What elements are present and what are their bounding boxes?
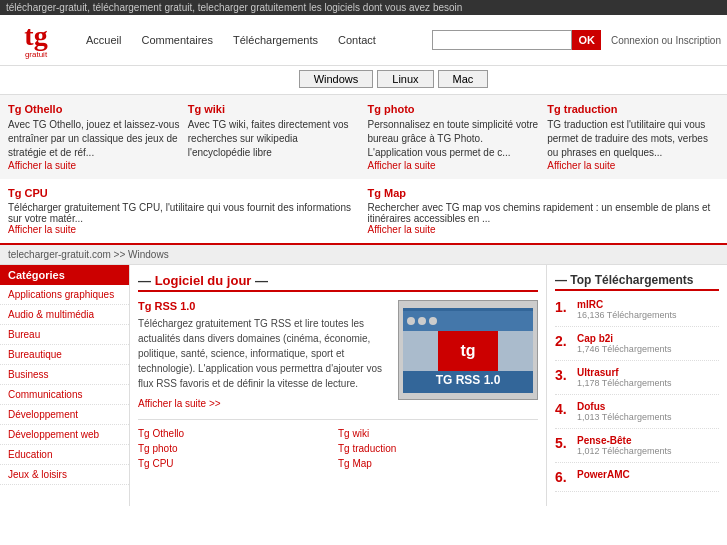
- lower-desc-1: Rechercher avec TG map vos chemins rapid…: [368, 202, 720, 224]
- login-link[interactable]: Connexion ou Inscription: [611, 35, 721, 46]
- bottom-link-othello[interactable]: Tg Othello: [138, 426, 338, 441]
- top-item-5: 5. Pense-Bête 1,012 Téléchargements: [555, 435, 719, 463]
- thumb-dot-3: [429, 317, 437, 325]
- platform-linux[interactable]: Linux: [377, 70, 433, 88]
- lower-link-0[interactable]: Afficher la suite: [8, 224, 76, 235]
- sidebar-item-audio-multimedia[interactable]: Audio & multimédia: [0, 305, 129, 325]
- sidebar-item-business[interactable]: Business: [0, 365, 129, 385]
- featured-item-1: Tg wiki Avec TG wiki, faites directement…: [188, 103, 360, 171]
- platform-row: Windows Linux Mac: [0, 66, 727, 94]
- logo: tg gratuit: [6, 15, 66, 65]
- center-content: — Logiciel du jour — tg: [130, 265, 547, 506]
- featured-link-0[interactable]: Afficher la suite: [8, 160, 76, 171]
- app-link[interactable]: Afficher la suite >>: [138, 398, 221, 409]
- top-item-1: 1. mIRC 16,136 Téléchargements: [555, 299, 719, 327]
- bottom-link-traduction[interactable]: Tg traduction: [338, 441, 538, 456]
- sidebar-item-jeux[interactable]: Jeux & loisirs: [0, 465, 129, 485]
- featured-desc-2: Personnalisez en toute simplicité votre …: [368, 118, 540, 160]
- bottom-link-cpu[interactable]: Tg CPU: [138, 456, 338, 471]
- bottom-links: Tg Othello Tg photo Tg CPU Tg wiki Tg tr…: [138, 419, 538, 471]
- featured-title-3: Tg traduction: [547, 103, 719, 115]
- bottom-link-photo[interactable]: Tg photo: [138, 441, 338, 456]
- thumb-dot-2: [418, 317, 426, 325]
- sidebar-item-applications-graphiques[interactable]: Applications graphiques: [0, 285, 129, 305]
- nav-links: Accueil Commentaires Téléchargements Con…: [76, 30, 432, 50]
- top-name-6[interactable]: PowerAMC: [577, 469, 630, 480]
- top-count-4: 1,013 Téléchargements: [577, 412, 671, 422]
- lower-featured: Tg CPU Télécharger gratuitement TG CPU, …: [0, 179, 727, 245]
- thumb-inner: tg TG RSS 1.0: [403, 308, 533, 393]
- top-num-6: 6.: [555, 469, 571, 485]
- lower-title-1: Tg Map: [368, 187, 720, 199]
- sidebar-title: Catégories: [0, 265, 129, 285]
- nav-telechargements[interactable]: Téléchargements: [223, 30, 328, 50]
- top-name-4[interactable]: Dofus: [577, 401, 671, 412]
- top-num-4: 4.: [555, 401, 571, 417]
- top-item-2: 2. Cap b2i 1,746 Téléchargements: [555, 333, 719, 361]
- top-item-3: 3. Ultrasurf 1,178 Téléchargements: [555, 367, 719, 395]
- top-name-2[interactable]: Cap b2i: [577, 333, 671, 344]
- top-count-1: 16,136 Téléchargements: [577, 310, 676, 320]
- top-num-1: 1.: [555, 299, 571, 315]
- top-count-3: 1,178 Téléchargements: [577, 378, 671, 388]
- logo-tg: tg: [24, 22, 47, 50]
- top-num-2: 2.: [555, 333, 571, 349]
- main-layout: Catégories Applications graphiques Audio…: [0, 265, 727, 506]
- top-count-5: 1,012 Téléchargements: [577, 446, 671, 456]
- sidebar-item-developpement-web[interactable]: Développement web: [0, 425, 129, 445]
- sidebar-item-communications[interactable]: Communications: [0, 385, 129, 405]
- top-name-5[interactable]: Pense-Bête: [577, 435, 671, 446]
- featured-item-0: Tg Othello Avec TG Othello, jouez et lai…: [8, 103, 180, 171]
- right-sidebar: — Top Téléchargements 1. mIRC 16,136 Tél…: [547, 265, 727, 506]
- top-info-3: Ultrasurf 1,178 Téléchargements: [577, 367, 671, 388]
- top-name-3[interactable]: Ultrasurf: [577, 367, 671, 378]
- featured-desc-0: Avec TG Othello, jouez et laissez-vous e…: [8, 118, 180, 160]
- top-bar-text: télécharger-gratuit, téléchargement grat…: [6, 2, 462, 13]
- featured-title-2: Tg photo: [368, 103, 540, 115]
- platform-windows[interactable]: Windows: [299, 70, 374, 88]
- top-item-6: 6. PowerAMC: [555, 469, 719, 492]
- top-bar: télécharger-gratuit, téléchargement grat…: [0, 0, 727, 15]
- lower-item-0: Tg CPU Télécharger gratuitement TG CPU, …: [8, 187, 360, 235]
- search-bar: OK: [432, 30, 601, 50]
- featured-desc-1: Avec TG wiki, faites directement vos rec…: [188, 118, 360, 160]
- sidebar-item-bureautique[interactable]: Bureautique: [0, 345, 129, 365]
- featured-item-2: Tg photo Personnalisez en toute simplici…: [368, 103, 540, 171]
- featured-title-0: Tg Othello: [8, 103, 180, 115]
- nav-commentaires[interactable]: Commentaires: [131, 30, 223, 50]
- bottom-col-1: Tg Othello Tg photo Tg CPU: [138, 426, 338, 471]
- thumb-top: [403, 311, 533, 331]
- lower-link-1[interactable]: Afficher la suite: [368, 224, 436, 235]
- lower-desc-0: Télécharger gratuitement TG CPU, l'utili…: [8, 202, 360, 224]
- top-num-5: 5.: [555, 435, 571, 451]
- search-input[interactable]: [432, 30, 572, 50]
- bottom-link-map[interactable]: Tg Map: [338, 456, 538, 471]
- lower-item-1: Tg Map Rechercher avec TG map vos chemin…: [368, 187, 720, 235]
- nav-contact[interactable]: Contact: [328, 30, 386, 50]
- top-num-3: 3.: [555, 367, 571, 383]
- breadcrumb: telecharger-gratuit.com >> Windows: [0, 245, 727, 265]
- featured-link-3[interactable]: Afficher la suite: [547, 160, 615, 171]
- search-button[interactable]: OK: [572, 30, 601, 50]
- featured-title-1: Tg wiki: [188, 103, 360, 115]
- top-info-1: mIRC 16,136 Téléchargements: [577, 299, 676, 320]
- top-count-2: 1,746 Téléchargements: [577, 344, 671, 354]
- top-info-2: Cap b2i 1,746 Téléchargements: [577, 333, 671, 354]
- thumb-dot-1: [407, 317, 415, 325]
- sidebar-item-education[interactable]: Education: [0, 445, 129, 465]
- breadcrumb-text: telecharger-gratuit.com >> Windows: [8, 249, 169, 260]
- sidebar: Catégories Applications graphiques Audio…: [0, 265, 130, 506]
- sidebar-item-developpement[interactable]: Développement: [0, 405, 129, 425]
- sidebar-item-bureau[interactable]: Bureau: [0, 325, 129, 345]
- top-info-4: Dofus 1,013 Téléchargements: [577, 401, 671, 422]
- top-downloads-title: — Top Téléchargements: [555, 273, 719, 291]
- top-info-5: Pense-Bête 1,012 Téléchargements: [577, 435, 671, 456]
- nav-accueil[interactable]: Accueil: [76, 30, 131, 50]
- logo-sub: gratuit: [25, 50, 47, 59]
- top-name-1[interactable]: mIRC: [577, 299, 676, 310]
- lower-title-0: Tg CPU: [8, 187, 360, 199]
- platform-mac[interactable]: Mac: [438, 70, 489, 88]
- top-item-4: 4. Dofus 1,013 Téléchargements: [555, 401, 719, 429]
- featured-link-2[interactable]: Afficher la suite: [368, 160, 436, 171]
- bottom-link-wiki[interactable]: Tg wiki: [338, 426, 538, 441]
